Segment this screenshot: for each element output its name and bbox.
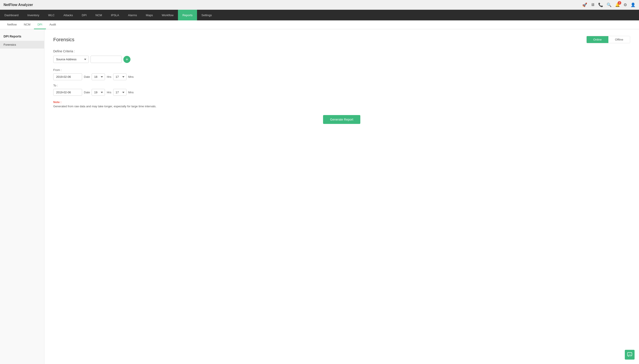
to-hrs-select[interactable]: 19 0123 4567 891011 12131415 16171820 21… — [92, 89, 105, 96]
to-mns-select[interactable]: 17 051015 20253035 40455055 — [113, 89, 126, 96]
to-date-label: Date — [84, 91, 90, 94]
svg-point-1 — [628, 354, 629, 354]
generate-report-button[interactable]: Generate Report — [323, 115, 360, 124]
criteria-dropdown[interactable]: Source Address Destination Address Sourc… — [53, 56, 89, 63]
nav-settings[interactable]: Settings — [197, 10, 216, 20]
from-label: From : — [53, 68, 630, 72]
nav-dashboard[interactable]: Dashboard — [0, 10, 23, 20]
from-date-label: Date — [84, 75, 90, 78]
nav-wlc[interactable]: WLC — [44, 10, 59, 20]
nav-alarms[interactable]: Alarms — [124, 10, 141, 20]
from-mns-label: Mns — [128, 75, 134, 78]
criteria-row: Source Address Destination Address Sourc… — [53, 56, 630, 63]
nav-workflow[interactable]: Workflow — [157, 10, 178, 20]
from-mns-select[interactable]: 17 051015 20253035 40455055 — [113, 74, 126, 80]
from-date-input[interactable] — [53, 74, 82, 80]
notification-badge: 3 — [618, 1, 621, 5]
page-title: Forensics — [53, 37, 74, 42]
rocket-icon[interactable]: 🚀 — [582, 2, 587, 7]
to-section: To : Date 19 0123 4567 891011 12131415 1… — [53, 84, 630, 96]
subnav-audit[interactable]: Audit — [46, 20, 60, 29]
nav-attacks[interactable]: Attacks — [59, 10, 77, 20]
sidebar: DPI Reports Forensics — [0, 29, 44, 364]
main-nav: Dashboard Inventory WLC Attacks DPI NCM … — [0, 10, 639, 20]
criteria-value-input[interactable] — [91, 56, 122, 63]
to-label: To : — [53, 84, 630, 87]
monitor-icon[interactable]: 🖥 — [591, 2, 595, 7]
sub-nav: Netflow NCM DPI Audit — [0, 20, 639, 29]
subnav-netflow[interactable]: Netflow — [4, 20, 20, 29]
to-hrs-label: Hrs — [107, 91, 111, 94]
add-criteria-button[interactable]: + — [123, 56, 130, 63]
sidebar-item-forensics[interactable]: Forensics — [0, 41, 44, 48]
main-content: Forensics Online Offline Define Criteria… — [44, 29, 639, 364]
top-icons: 🚀 🖥 📞 🔍 🔔 3 ⚙ 👤 — [582, 2, 635, 7]
nav-inventory[interactable]: Inventory — [23, 10, 44, 20]
gear-icon[interactable]: ⚙ — [623, 2, 627, 7]
phone-icon[interactable]: 📞 — [598, 2, 603, 7]
online-toggle-btn[interactable]: Online — [587, 36, 608, 43]
online-offline-toggle: Online Offline — [586, 36, 630, 43]
to-date-input[interactable] — [53, 89, 82, 96]
from-section: From : Date 18 0123 4567 891011 12131415… — [53, 68, 630, 80]
define-criteria-label: Define Criteria : — [53, 50, 630, 53]
nav-ncm[interactable]: NCM — [91, 10, 107, 20]
nav-reports[interactable]: Reports — [178, 10, 197, 20]
svg-point-3 — [630, 354, 631, 354]
page-header: Forensics Online Offline — [53, 36, 630, 43]
app-title: NetFlow Analyzer — [4, 3, 33, 7]
to-mns-label: Mns — [128, 91, 134, 94]
from-datetime-row: Date 18 0123 4567 891011 12131415 161719… — [53, 74, 630, 80]
nav-ipsla[interactable]: IPSLA — [107, 10, 124, 20]
bell-icon[interactable]: 🔔 3 — [615, 2, 620, 7]
offline-toggle-btn[interactable]: Offline — [608, 36, 630, 43]
user-icon[interactable]: 👤 — [630, 2, 635, 7]
define-criteria-section: Define Criteria : Source Address Destina… — [53, 50, 630, 63]
search-icon[interactable]: 🔍 — [607, 2, 611, 7]
to-datetime-row: Date 19 0123 4567 891011 12131415 161718… — [53, 89, 630, 96]
sidebar-title: DPI Reports — [0, 33, 44, 41]
nav-maps[interactable]: Maps — [141, 10, 157, 20]
top-bar: NetFlow Analyzer 🚀 🖥 📞 🔍 🔔 3 ⚙ 👤 — [0, 0, 639, 10]
chat-fab-button[interactable] — [625, 350, 634, 360]
note-text: Generated from raw data and may take lon… — [53, 105, 630, 108]
svg-point-2 — [629, 354, 630, 354]
layout: DPI Reports Forensics Forensics Online O… — [0, 29, 639, 364]
from-hrs-label: Hrs — [107, 75, 111, 78]
note-label: Note : — [53, 100, 62, 104]
note-section: Note : Generated from raw data and may t… — [53, 100, 630, 108]
from-hrs-select[interactable]: 18 0123 4567 891011 12131415 16171920 21… — [92, 74, 105, 80]
subnav-dpi[interactable]: DPI — [34, 20, 46, 29]
nav-dpi[interactable]: DPI — [77, 10, 91, 20]
subnav-ncm[interactable]: NCM — [20, 20, 34, 29]
